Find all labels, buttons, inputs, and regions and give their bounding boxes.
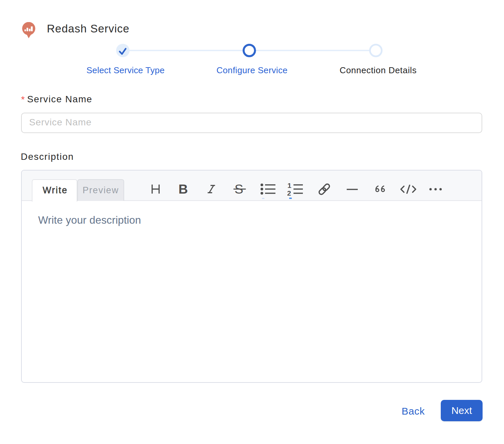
svg-text:B: B <box>178 182 188 196</box>
svg-text:1: 1 <box>287 182 291 189</box>
svg-text:2: 2 <box>287 189 291 197</box>
